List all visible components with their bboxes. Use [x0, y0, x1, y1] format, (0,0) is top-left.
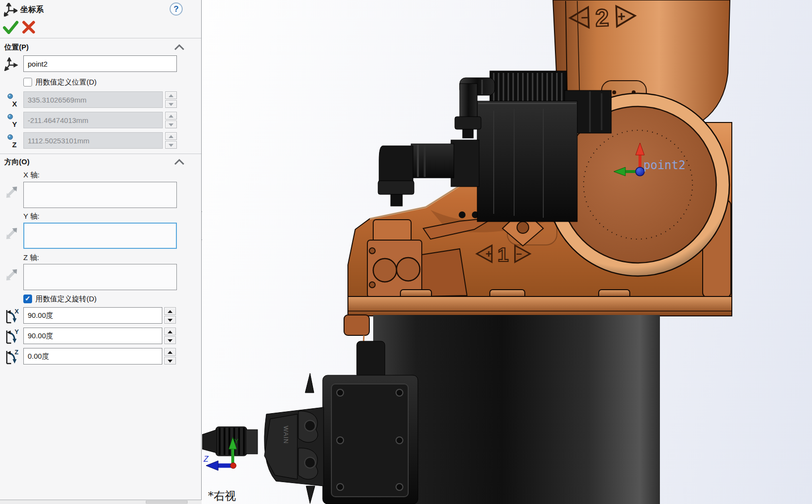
collapse-position-icon[interactable]: [174, 44, 185, 51]
define-rotation-checkbox[interactable]: [23, 295, 32, 303]
define-position-checkbox[interactable]: [23, 78, 32, 87]
define-position-label: 用数值定义位置(D): [35, 78, 97, 87]
rotation-z-spinner[interactable]: [164, 348, 176, 365]
panel-horizontal-scrollbar[interactable]: [0, 500, 202, 504]
point2-label: point2: [643, 158, 686, 172]
svg-text:−: −: [581, 10, 588, 25]
x-coordinate-input[interactable]: [23, 91, 163, 108]
x-axis-label: X 轴:: [23, 171, 39, 180]
position-section-header: 位置(P): [4, 43, 29, 52]
coordinate-system-icon: [4, 3, 17, 18]
z-coordinate-spinner[interactable]: [165, 132, 177, 149]
property-manager-panel: 坐标系 ? 位置(P): [0, 0, 202, 504]
scrollbar-thumb[interactable]: [146, 501, 188, 504]
robot-model-render: − 2 + + 1 −: [202, 0, 812, 504]
point-x-icon: X: [7, 92, 19, 110]
divider: [0, 38, 201, 38]
x-axis-reference-listbox[interactable]: [23, 182, 177, 208]
cable-gland: [202, 427, 258, 456]
svg-text:+: +: [485, 247, 492, 260]
svg-text:2: 2: [595, 4, 609, 32]
svg-text:Z: Z: [15, 349, 18, 356]
svg-text:1: 1: [498, 243, 509, 266]
point-y-icon: Y: [7, 113, 19, 130]
servo-motor[interactable]: [378, 71, 611, 222]
rotation-x-spinner[interactable]: [164, 307, 176, 324]
svg-text:X: X: [12, 100, 17, 108]
view-name-label: *右视: [208, 489, 236, 502]
csys-origin-icon: [4, 57, 18, 73]
rotation-y-spinner[interactable]: [164, 328, 176, 344]
panel-header: 坐标系 ?: [0, 0, 201, 18]
define-rotation-label: 用数值定义旋转(D): [35, 295, 97, 304]
rotate-about-y-icon: Y: [4, 329, 20, 347]
svg-text:X: X: [15, 308, 19, 315]
bracket-brand-label: WAIN: [282, 426, 290, 444]
panel-title: 坐标系: [20, 5, 44, 15]
svg-text:−: −: [516, 248, 522, 260]
divider: [0, 154, 201, 154]
reference-direction-icon: [4, 185, 19, 201]
cancel-button[interactable]: [21, 20, 37, 34]
y-axis-reference-listbox[interactable]: [23, 223, 177, 249]
rotate-about-z-icon: Z: [4, 349, 20, 367]
rotation-y-input[interactable]: [23, 328, 162, 344]
solidworks-window: 坐标系 ? 位置(P): [0, 0, 812, 504]
z-axis-label: Z 轴:: [23, 253, 39, 262]
ok-button[interactable]: [3, 20, 18, 34]
point-z-icon: Z: [7, 133, 19, 151]
collapse-orientation-icon[interactable]: [174, 158, 185, 165]
help-button[interactable]: ?: [170, 2, 183, 16]
csys-name-input[interactable]: [23, 55, 177, 72]
graphics-viewport[interactable]: − 2 + + 1 −: [202, 0, 812, 504]
y-coordinate-input[interactable]: [23, 112, 163, 128]
svg-text:Y: Y: [15, 329, 19, 335]
y-coordinate-spinner[interactable]: [165, 112, 177, 128]
triad-y-label: Y: [234, 437, 239, 445]
rotation-x-input[interactable]: [23, 307, 162, 324]
rotation-z-input[interactable]: [23, 348, 162, 365]
svg-text:Y: Y: [12, 120, 17, 128]
orientation-section-header: 方向(O): [4, 157, 30, 167]
triad-z-label: Z: [203, 455, 209, 463]
svg-text:Z: Z: [12, 140, 17, 149]
reference-direction-icon: [4, 267, 19, 284]
svg-text:+: +: [617, 9, 625, 24]
reference-direction-icon: [4, 226, 19, 243]
z-coordinate-input[interactable]: [23, 132, 163, 149]
z-axis-reference-listbox[interactable]: [23, 264, 177, 290]
rotate-about-x-icon: X: [4, 308, 20, 327]
y-axis-label: Y 轴:: [23, 212, 39, 221]
x-coordinate-spinner[interactable]: [165, 91, 177, 108]
